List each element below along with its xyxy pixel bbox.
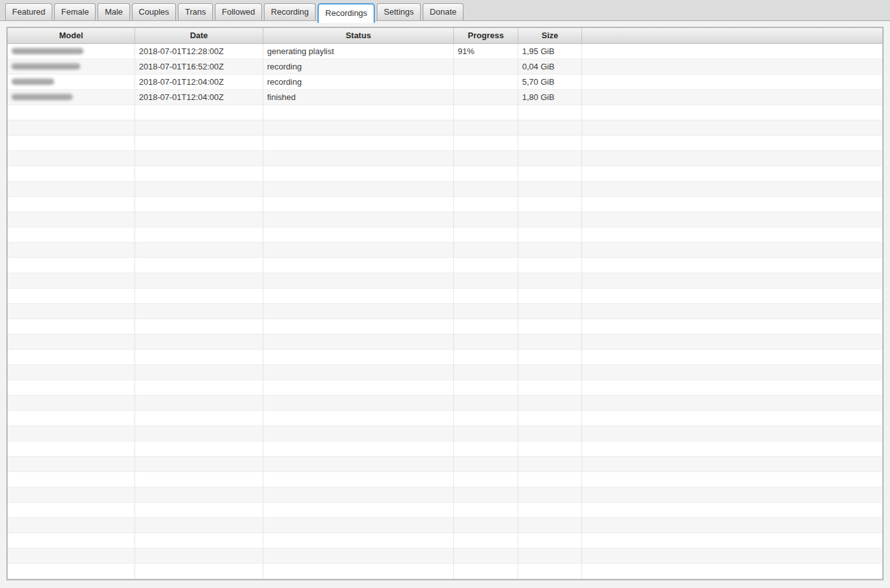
table-row-empty[interactable] xyxy=(8,334,882,350)
cell-status: recording xyxy=(263,75,454,90)
tab-settings[interactable]: Settings xyxy=(377,3,421,20)
cell-date xyxy=(135,426,263,441)
cell-date: 2018-07-01T12:04:00Z xyxy=(135,90,263,105)
table-row[interactable]: 2018-07-01T12:04:00Zrecording5,70 GiB xyxy=(8,75,882,90)
table-row-empty[interactable] xyxy=(8,166,882,182)
table-row[interactable]: 2018-07-01T12:04:00Zfinished1,80 GiB xyxy=(8,90,882,105)
table-row-empty[interactable] xyxy=(8,319,882,334)
table-row-empty[interactable] xyxy=(8,289,882,304)
cell-size: 5,70 GiB xyxy=(518,75,582,90)
cell-filler xyxy=(582,411,882,426)
column-header-date[interactable]: Date xyxy=(135,28,263,44)
cell-date xyxy=(135,380,263,396)
cell-filler xyxy=(582,75,882,90)
column-header-size[interactable]: Size xyxy=(518,28,582,44)
cell-date xyxy=(135,197,263,212)
tab-trans[interactable]: Trans xyxy=(178,3,213,20)
table-row-empty[interactable] xyxy=(8,549,882,564)
cell-size xyxy=(518,258,582,273)
table-row-empty[interactable] xyxy=(8,426,882,441)
cell-size xyxy=(518,441,582,457)
cell-size xyxy=(518,533,582,549)
tab-recording[interactable]: Recording xyxy=(264,3,316,20)
cell-status xyxy=(263,503,454,518)
table-row-empty[interactable] xyxy=(8,151,882,166)
table-row-empty[interactable] xyxy=(8,564,882,579)
cell-filler xyxy=(582,441,882,457)
cell-status xyxy=(263,533,454,549)
tab-featured[interactable]: Featured xyxy=(5,3,52,20)
column-header-status[interactable]: Status xyxy=(263,28,454,44)
cell-progress xyxy=(454,564,518,579)
cell-status xyxy=(263,564,454,579)
table-row-empty[interactable] xyxy=(8,533,882,549)
table-row-empty[interactable] xyxy=(8,441,882,457)
table-row-empty[interactable] xyxy=(8,212,882,227)
tab-recordings[interactable]: Recordings xyxy=(317,3,375,23)
table-row-empty[interactable] xyxy=(8,365,882,380)
table-row-empty[interactable] xyxy=(8,503,882,518)
tab-female[interactable]: Female xyxy=(54,3,96,20)
tab-male[interactable]: Male xyxy=(98,3,129,20)
cell-size: 1,95 GiB xyxy=(518,44,582,59)
cell-progress xyxy=(454,365,518,380)
cell-progress: 91% xyxy=(454,44,518,59)
table-row-empty[interactable] xyxy=(8,273,882,289)
table-row-empty[interactable] xyxy=(8,350,882,365)
table-row-empty[interactable] xyxy=(8,396,882,411)
table-row-empty[interactable] xyxy=(8,105,882,120)
cell-date xyxy=(135,564,263,579)
cell-model xyxy=(8,365,135,380)
cell-progress xyxy=(454,243,518,258)
cell-filler xyxy=(582,212,882,227)
table-row-empty[interactable] xyxy=(8,380,882,396)
cell-progress xyxy=(454,518,518,533)
cell-filler xyxy=(582,426,882,441)
cell-size xyxy=(518,166,582,182)
cell-size xyxy=(518,503,582,518)
table-row-empty[interactable] xyxy=(8,136,882,151)
cell-date xyxy=(135,503,263,518)
cell-progress xyxy=(454,166,518,182)
table-row-empty[interactable] xyxy=(8,518,882,533)
cell-date xyxy=(135,151,263,166)
tab-couples[interactable]: Couples xyxy=(132,3,177,20)
cell-progress xyxy=(454,426,518,441)
table-row[interactable]: 2018-07-01T16:52:00Zrecording0,04 GiB xyxy=(8,59,882,75)
table-row-empty[interactable] xyxy=(8,182,882,197)
cell-size xyxy=(518,380,582,396)
table-row-empty[interactable] xyxy=(8,197,882,212)
cell-size xyxy=(518,487,582,503)
cell-filler xyxy=(582,334,882,350)
table-row-empty[interactable] xyxy=(8,304,882,319)
table-row-empty[interactable] xyxy=(8,457,882,472)
cell-status xyxy=(263,426,454,441)
table-row-empty[interactable] xyxy=(8,487,882,503)
cell-size xyxy=(518,319,582,334)
cell-progress xyxy=(454,273,518,289)
table-row-empty[interactable] xyxy=(8,227,882,243)
model-name-redacted xyxy=(11,94,73,100)
column-header-progress[interactable]: Progress xyxy=(454,28,518,44)
column-header-model[interactable]: Model xyxy=(8,28,135,44)
cell-status xyxy=(263,197,454,212)
model-name-redacted xyxy=(11,63,80,69)
table-row[interactable]: 2018-07-01T12:28:00Zgenerating playlist9… xyxy=(8,44,882,59)
table-row-empty[interactable] xyxy=(8,120,882,136)
cell-status xyxy=(263,120,454,136)
cell-status xyxy=(263,151,454,166)
table-row-empty[interactable] xyxy=(8,258,882,273)
table-row-empty[interactable] xyxy=(8,472,882,487)
cell-status xyxy=(263,227,454,243)
tab-followed[interactable]: Followed xyxy=(215,3,262,20)
cell-filler xyxy=(582,90,882,105)
table-row-empty[interactable] xyxy=(8,243,882,258)
cell-status xyxy=(263,350,454,365)
table-row-empty[interactable] xyxy=(8,411,882,426)
column-header-filler[interactable] xyxy=(582,28,882,44)
cell-date: 2018-07-01T12:28:00Z xyxy=(135,44,263,59)
cell-model xyxy=(8,243,135,258)
cell-status xyxy=(263,518,454,533)
tab-donate[interactable]: Donate xyxy=(423,3,463,20)
cell-status xyxy=(263,304,454,319)
